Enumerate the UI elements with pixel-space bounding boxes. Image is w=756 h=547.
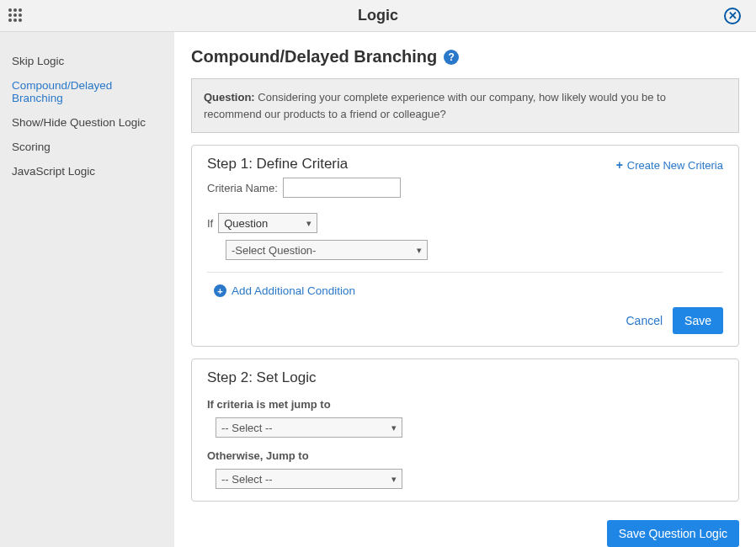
step1-panel: Step 1: Define Criteria Criteria Name: +… <box>191 145 739 347</box>
question-select[interactable]: -Select Question- <box>226 240 428 260</box>
create-new-criteria-label: Create New Criteria <box>627 159 723 172</box>
otherwise-select[interactable]: -- Select -- <box>216 469 402 489</box>
sidebar-item-compound-delayed[interactable]: Compound/Delayed Branching <box>0 73 174 110</box>
if-type-selected: Question <box>224 217 268 230</box>
sidebar-item-show-hide[interactable]: Show/Hide Question Logic <box>0 110 174 135</box>
if-met-label: If criteria is met jump to <box>207 398 723 411</box>
sidebar-item-scoring[interactable]: Scoring <box>0 135 174 159</box>
help-icon[interactable]: ? <box>444 50 459 65</box>
if-met-selected: -- Select -- <box>221 422 273 434</box>
if-met-select[interactable]: -- Select -- <box>216 417 402 438</box>
plus-circle-icon: + <box>214 284 226 297</box>
step2-title: Step 2: Set Logic <box>207 369 723 386</box>
question-bar: Question: Considering your complete expe… <box>191 78 739 133</box>
step1-title: Step 1: Define Criteria <box>207 156 401 173</box>
otherwise-label: Otherwise, Jump to <box>207 449 723 462</box>
apps-grid-icon[interactable] <box>8 8 24 24</box>
add-condition-link[interactable]: + Add Additional Condition <box>214 284 723 297</box>
header: Logic ✕ <box>0 0 756 32</box>
criteria-name-input[interactable] <box>283 178 401 198</box>
if-type-select[interactable]: Question <box>218 213 317 233</box>
question-text: Considering your complete experience wit… <box>204 91 666 120</box>
cancel-button[interactable]: Cancel <box>626 314 663 327</box>
sidebar-item-javascript-logic[interactable]: JavaScript Logic <box>0 159 174 183</box>
divider <box>207 272 723 273</box>
question-selected: -Select Question- <box>232 244 316 257</box>
otherwise-selected: -- Select -- <box>221 473 273 486</box>
add-condition-label: Add Additional Condition <box>232 284 355 297</box>
sidebar-item-skip-logic[interactable]: Skip Logic <box>0 49 174 73</box>
content-area: Compound/Delayed Branching ? Question: C… <box>174 32 756 547</box>
plus-icon: + <box>616 158 623 172</box>
if-label: If <box>207 217 213 230</box>
criteria-name-label: Criteria Name: <box>207 182 278 194</box>
close-icon[interactable]: ✕ <box>724 8 741 24</box>
save-question-logic-button[interactable]: Save Question Logic <box>607 520 739 547</box>
sidebar: Skip Logic Compound/Delayed Branching Sh… <box>0 32 174 547</box>
content-heading-text: Compound/Delayed Branching <box>191 47 437 66</box>
step2-panel: Step 2: Set Logic If criteria is met jum… <box>191 358 739 502</box>
content-heading: Compound/Delayed Branching ? <box>191 47 739 66</box>
page-title: Logic <box>358 7 398 24</box>
create-new-criteria-link[interactable]: + Create New Criteria <box>616 158 723 172</box>
question-label: Question: <box>204 91 255 104</box>
save-button[interactable]: Save <box>673 307 723 334</box>
